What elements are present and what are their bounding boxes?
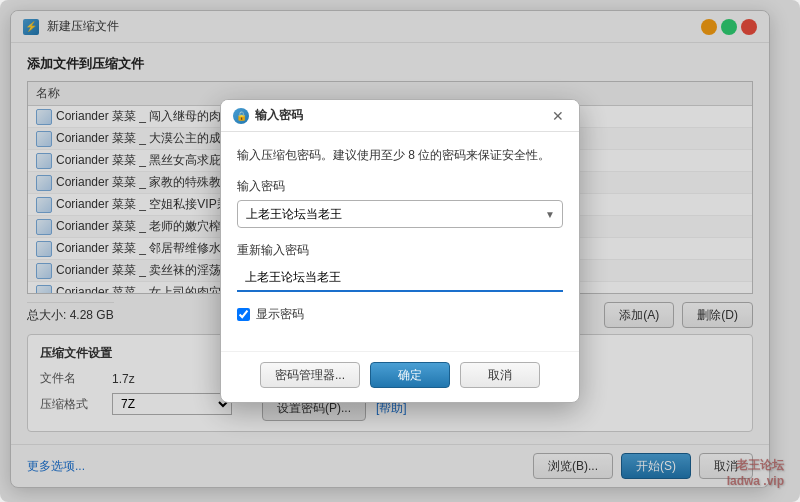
dialog-icon: 🔒 — [233, 108, 249, 124]
show-password-checkbox[interactable] — [237, 308, 250, 321]
re-password-input[interactable] — [237, 264, 563, 292]
dialog-title-bar: 🔒 输入密码 ✕ — [221, 100, 579, 132]
re-password-input-wrap — [237, 264, 563, 292]
dialog-footer: 密码管理器... 确定 取消 — [221, 351, 579, 402]
password-select[interactable]: 上老王论坛当老王 — [237, 200, 563, 228]
dialog-body: 输入压缩包密码。建议使用至少 8 位的密码来保证安全性。 输入密码 上老王论坛当… — [221, 132, 579, 351]
password-label: 输入密码 — [237, 178, 563, 195]
show-password-row: 显示密码 — [237, 306, 563, 323]
dialog-title: 输入密码 — [255, 107, 303, 124]
password-manager-button[interactable]: 密码管理器... — [260, 362, 360, 388]
confirm-button[interactable]: 确定 — [370, 362, 450, 388]
dialog-overlay: 🔒 输入密码 ✕ 输入压缩包密码。建议使用至少 8 位的密码来保证安全性。 输入… — [0, 0, 800, 502]
password-input-wrap: 上老王论坛当老王 ▼ — [237, 200, 563, 228]
dialog-title-left: 🔒 输入密码 — [233, 107, 303, 124]
dialog-close-button[interactable]: ✕ — [549, 107, 567, 125]
dialog-cancel-button[interactable]: 取消 — [460, 362, 540, 388]
password-dialog: 🔒 输入密码 ✕ 输入压缩包密码。建议使用至少 8 位的密码来保证安全性。 输入… — [220, 99, 580, 403]
show-password-label[interactable]: 显示密码 — [256, 306, 304, 323]
re-password-label: 重新输入密码 — [237, 242, 563, 259]
dialog-description: 输入压缩包密码。建议使用至少 8 位的密码来保证安全性。 — [237, 146, 563, 164]
